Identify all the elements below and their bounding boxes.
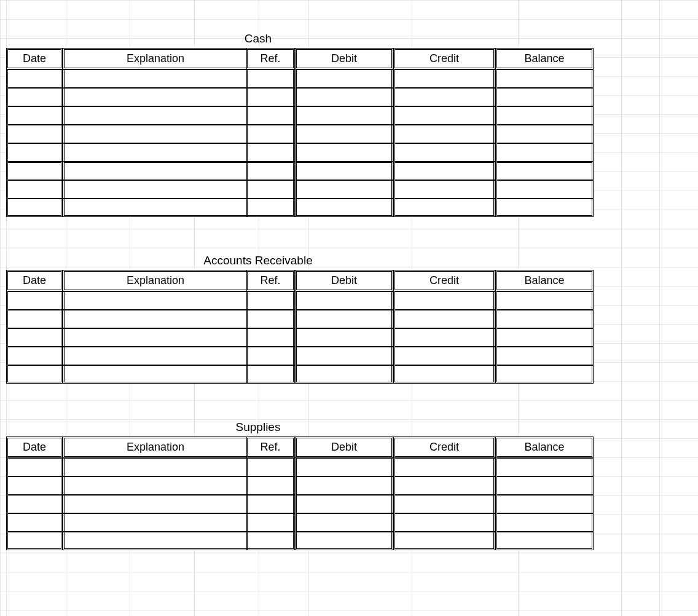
table-row[interactable]: [6, 532, 594, 550]
cell-explanation[interactable]: [63, 347, 247, 365]
table-row[interactable]: [6, 513, 594, 532]
cell-balance[interactable]: [495, 347, 594, 365]
cell-ref[interactable]: [247, 347, 295, 365]
cell-ref[interactable]: [247, 125, 295, 143]
cell-ref[interactable]: [247, 495, 295, 513]
cell-date[interactable]: [6, 365, 63, 384]
cell-ref[interactable]: [247, 69, 295, 88]
cell-credit[interactable]: [393, 328, 495, 347]
cell-debit[interactable]: [295, 143, 393, 162]
cell-credit[interactable]: [393, 458, 495, 476]
cell-balance[interactable]: [495, 199, 594, 217]
cell-explanation[interactable]: [63, 513, 247, 532]
cell-debit[interactable]: [295, 513, 393, 532]
cell-debit[interactable]: [295, 476, 393, 495]
cell-balance[interactable]: [495, 532, 594, 550]
cell-balance[interactable]: [495, 513, 594, 532]
table-row[interactable]: [6, 328, 594, 347]
cell-explanation[interactable]: [63, 162, 247, 180]
cell-explanation[interactable]: [63, 310, 247, 328]
cell-explanation[interactable]: [63, 458, 247, 476]
table-row[interactable]: [6, 458, 594, 476]
cell-ref[interactable]: [247, 328, 295, 347]
cell-credit[interactable]: [393, 310, 495, 328]
cell-credit[interactable]: [393, 513, 495, 532]
table-row[interactable]: [6, 162, 594, 180]
cell-debit[interactable]: [295, 69, 393, 88]
cell-credit[interactable]: [393, 143, 495, 162]
cell-debit[interactable]: [295, 180, 393, 199]
cell-balance[interactable]: [495, 495, 594, 513]
cell-ref[interactable]: [247, 162, 295, 180]
cell-date[interactable]: [6, 106, 63, 125]
table-row[interactable]: [6, 365, 594, 384]
cell-debit[interactable]: [295, 88, 393, 106]
cell-balance[interactable]: [495, 310, 594, 328]
cell-ref[interactable]: [247, 476, 295, 495]
table-row[interactable]: [6, 125, 594, 143]
cell-date[interactable]: [6, 328, 63, 347]
cell-debit[interactable]: [295, 458, 393, 476]
cell-credit[interactable]: [393, 180, 495, 199]
cell-balance[interactable]: [495, 365, 594, 384]
cell-balance[interactable]: [495, 162, 594, 180]
table-row[interactable]: [6, 199, 594, 217]
cell-date[interactable]: [6, 125, 63, 143]
cell-debit[interactable]: [295, 125, 393, 143]
table-row[interactable]: [6, 347, 594, 365]
cell-balance[interactable]: [495, 328, 594, 347]
cell-explanation[interactable]: [63, 69, 247, 88]
table-row[interactable]: [6, 291, 594, 310]
table-row[interactable]: [6, 106, 594, 125]
cell-debit[interactable]: [295, 106, 393, 125]
cell-date[interactable]: [6, 291, 63, 310]
cell-debit[interactable]: [295, 310, 393, 328]
cell-date[interactable]: [6, 476, 63, 495]
cell-balance[interactable]: [495, 69, 594, 88]
cell-ref[interactable]: [247, 88, 295, 106]
cell-debit[interactable]: [295, 328, 393, 347]
cell-date[interactable]: [6, 310, 63, 328]
cell-credit[interactable]: [393, 347, 495, 365]
cell-credit[interactable]: [393, 162, 495, 180]
cell-explanation[interactable]: [63, 125, 247, 143]
cell-balance[interactable]: [495, 458, 594, 476]
cell-date[interactable]: [6, 143, 63, 162]
cell-balance[interactable]: [495, 143, 594, 162]
table-row[interactable]: [6, 88, 594, 106]
cell-credit[interactable]: [393, 476, 495, 495]
cell-credit[interactable]: [393, 106, 495, 125]
cell-credit[interactable]: [393, 532, 495, 550]
cell-balance[interactable]: [495, 106, 594, 125]
cell-date[interactable]: [6, 347, 63, 365]
cell-balance[interactable]: [495, 291, 594, 310]
table-row[interactable]: [6, 143, 594, 162]
cell-debit[interactable]: [295, 495, 393, 513]
cell-credit[interactable]: [393, 69, 495, 88]
cell-credit[interactable]: [393, 199, 495, 217]
table-row[interactable]: [6, 69, 594, 88]
cell-ref[interactable]: [247, 199, 295, 217]
cell-explanation[interactable]: [63, 365, 247, 384]
cell-debit[interactable]: [295, 291, 393, 310]
cell-ref[interactable]: [247, 106, 295, 125]
cell-ref[interactable]: [247, 365, 295, 384]
cell-debit[interactable]: [295, 347, 393, 365]
cell-date[interactable]: [6, 199, 63, 217]
cell-date[interactable]: [6, 180, 63, 199]
cell-balance[interactable]: [495, 88, 594, 106]
cell-credit[interactable]: [393, 291, 495, 310]
cell-explanation[interactable]: [63, 199, 247, 217]
cell-explanation[interactable]: [63, 495, 247, 513]
cell-debit[interactable]: [295, 365, 393, 384]
cell-date[interactable]: [6, 162, 63, 180]
cell-ref[interactable]: [247, 143, 295, 162]
cell-explanation[interactable]: [63, 180, 247, 199]
cell-debit[interactable]: [295, 199, 393, 217]
cell-debit[interactable]: [295, 162, 393, 180]
cell-explanation[interactable]: [63, 143, 247, 162]
cell-explanation[interactable]: [63, 291, 247, 310]
cell-credit[interactable]: [393, 125, 495, 143]
cell-ref[interactable]: [247, 532, 295, 550]
cell-balance[interactable]: [495, 180, 594, 199]
